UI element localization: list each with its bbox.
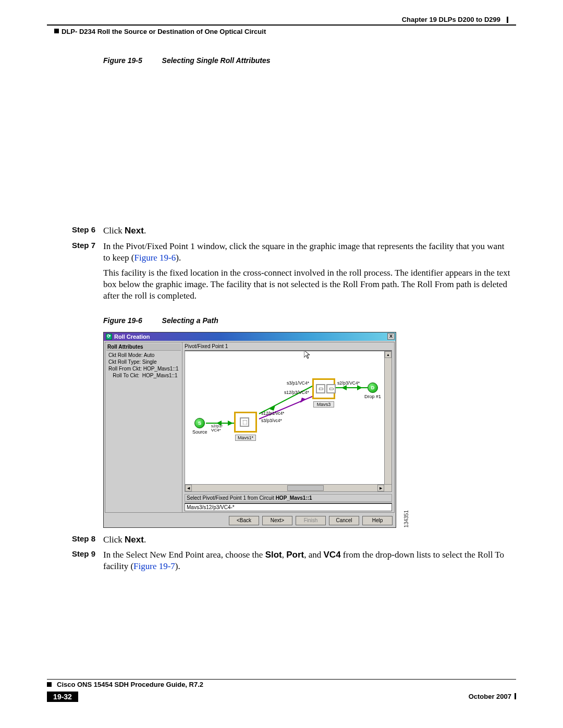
steps-block-2: Step 8 Click Next. Step 9 In the Select …: [47, 534, 516, 572]
svg-marker-6: [300, 398, 306, 403]
step-7: Step 7 In the Pivot/Fixed Point 1 window…: [47, 241, 516, 264]
port-s2p3: s2/p3/VC4*: [337, 380, 360, 386]
footer-date: October 2007: [469, 693, 516, 700]
roll-attributes-list: Ckt Roll Mode: Auto Ckt Roll Type: Singl…: [106, 351, 181, 379]
port-s12p1: s12/p1/vc4*: [261, 411, 284, 416]
footer: Cisco ONS 15454 SDH Procedure Guide, R7.…: [47, 679, 516, 710]
window-title: Roll Creation: [114, 334, 150, 340]
step-9-label: Step 9: [47, 549, 103, 572]
step-9-body: In the Select New End Point area, choose…: [103, 549, 516, 572]
scroll-right-button[interactable]: ▶: [377, 485, 384, 491]
drop-label: Drop #1: [364, 394, 381, 399]
header-rule: [47, 24, 516, 26]
roll-attributes-title: Roll Attributes: [106, 343, 181, 351]
node-mavs1[interactable]: ⬚: [234, 412, 257, 433]
svg-marker-8: [341, 385, 347, 390]
page: Chapter 19 DLPs D200 to D299 DLP- D234 R…: [0, 0, 563, 728]
drop-endpoint[interactable]: D: [368, 382, 378, 393]
attr-roll-mode: Ckt Roll Mode: Auto: [108, 352, 181, 359]
footer-rule: [47, 679, 516, 680]
port-s3p1: s3/p1/VC4*: [287, 380, 309, 386]
path-graphic[interactable]: S Source s2/p1/ VC4* ⬚ Mavs1* s12/p1/vc4…: [185, 350, 392, 492]
scrollbar-vertical[interactable]: ▲ ▼: [384, 351, 391, 491]
figure-5-title: Selecting Single Roll Attributes: [162, 56, 271, 65]
figure-19-7-link[interactable]: Figure 19-7: [133, 561, 175, 571]
step-6-body: Click Next.: [103, 225, 516, 237]
close-button[interactable]: X: [387, 333, 395, 340]
attr-roll-from: Roll From Ckt: HOP_Mavs1::1: [108, 365, 181, 372]
step-7-body: In the Pivot/Fixed Point 1 window, click…: [103, 241, 516, 264]
help-button[interactable]: Help: [362, 516, 393, 525]
figure-5-placeholder: [47, 70, 516, 221]
finish-button: Finish: [296, 516, 326, 525]
port-s2p1: s2/p1/ VC4*: [211, 424, 223, 433]
step-8: Step 8 Click Next.: [47, 534, 516, 546]
scrollbar-horizontal[interactable]: ◀ ▶: [185, 484, 391, 491]
window-body: Roll Attributes Ckt Roll Mode: Auto Ckt …: [105, 342, 395, 513]
svg-marker-2: [228, 421, 233, 426]
back-button[interactable]: <Back: [229, 516, 259, 525]
header-chapter: Chapter 19 DLPs D200 to D299: [47, 16, 516, 23]
app-icon: ⟳: [106, 334, 112, 340]
roll-creation-window: ⟳ Roll Creation X Roll Attributes Ckt Ro…: [103, 332, 396, 528]
step-6: Step 6 Click Next.: [47, 225, 516, 237]
step-9: Step 9 In the Select New End Point area,…: [47, 549, 516, 572]
next-button[interactable]: Next>: [262, 516, 292, 525]
pivot-fixed-label: Pivot/Fixed Point 1: [182, 342, 394, 350]
scroll-up-button[interactable]: ▲: [385, 351, 391, 358]
svg-marker-9: [357, 385, 362, 390]
node-mavs3[interactable]: ▭ ▭: [312, 378, 335, 399]
figure-6-id: 134351: [403, 510, 409, 527]
attr-roll-type: Ckt Roll Type: Single: [108, 359, 181, 365]
node-mavs1-label: Mavs1*: [235, 435, 256, 441]
scroll-left-button[interactable]: ◀: [185, 485, 192, 491]
figure-5-caption: Figure 19-5 Selecting Single Roll Attrib…: [103, 56, 516, 65]
step-8-body: Click Next.: [103, 534, 516, 546]
figure-6-title: Selecting a Path: [162, 316, 218, 325]
footer-square-icon: [47, 682, 52, 687]
cancel-button[interactable]: Cancel: [329, 516, 359, 525]
port-s12p3: s12/p3/VC4*: [284, 390, 309, 395]
select-instruction: Select Pivot/Fixed Point 1 from Circuit …: [185, 494, 392, 502]
graph-lines: [185, 351, 391, 491]
step-8-label: Step 8: [47, 534, 103, 546]
scroll-thumb[interactable]: [287, 485, 324, 491]
figure-5-num: Figure 19-5: [103, 56, 142, 65]
footer-doc-title: Cisco ONS 15454 SDH Procedure Guide, R7.…: [55, 681, 203, 688]
figure-19-6-link[interactable]: Figure 19-6: [134, 253, 176, 263]
left-panel: Roll Attributes Ckt Roll Mode: Auto Ckt …: [105, 342, 182, 512]
page-number: 19-32: [47, 692, 78, 702]
port-s3p3: s3/p3/vc4*: [261, 418, 282, 423]
right-panel: Pivot/Fixed Point 1: [182, 342, 394, 512]
figure-6-caption: Figure 19-6 Selecting a Path: [103, 316, 516, 325]
window-buttons: <Back Next> Finish Cancel Help: [104, 514, 396, 527]
window-titlebar[interactable]: ⟳ Roll Creation X: [104, 332, 396, 341]
source-label: Source: [192, 429, 207, 435]
source-endpoint[interactable]: S: [194, 418, 205, 428]
node-mavs3-label: Mavs3: [313, 401, 334, 408]
paragraph-fixed-location: This facility is the fixed location in t…: [103, 267, 516, 301]
steps-block-1: Step 6 Click Next. Step 7 In the Pivot/F…: [47, 225, 516, 302]
figure-6-num: Figure 19-6: [103, 316, 142, 325]
figure-6: ⟳ Roll Creation X Roll Attributes Ckt Ro…: [103, 332, 402, 528]
selected-path-input[interactable]: Mavs3/s12/p3/VC4-*: [185, 503, 392, 511]
step-6-label: Step 6: [47, 225, 103, 237]
header-subtitle: DLP- D234 Roll the Source or Destination…: [47, 28, 516, 35]
attr-roll-to: Roll To Ckt: HOP_Mavs1::1: [108, 372, 181, 379]
step-7-label: Step 7: [47, 241, 103, 264]
